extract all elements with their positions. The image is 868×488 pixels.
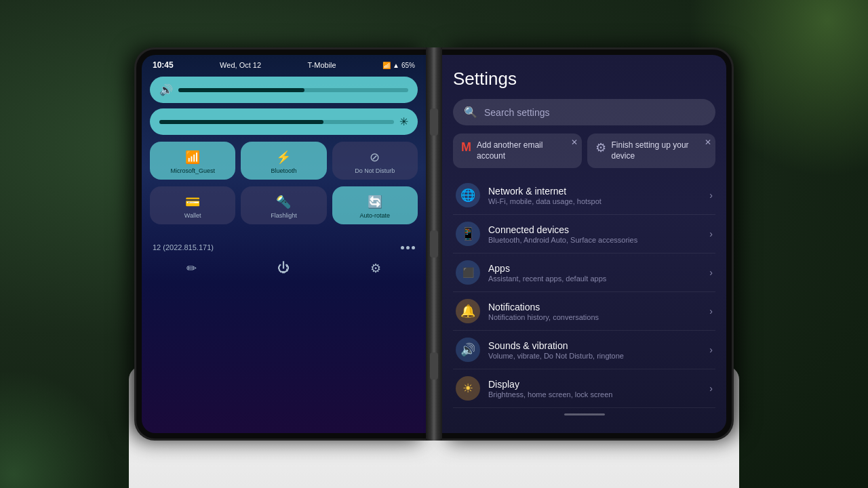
notifications-text: Notifications Notification history, conv… (488, 302, 701, 321)
sounds-text: Sounds & vibration Volume, vibrate, Do N… (488, 340, 701, 360)
edit-icon[interactable]: ✏ (186, 261, 197, 276)
suggestion-email[interactable]: M Add another email account ✕ (453, 134, 582, 168)
dot-3 (412, 246, 415, 249)
notifications-subtitle: Notification history, conversations (488, 313, 701, 321)
brightness-fill (159, 120, 323, 124)
scroll-indicator (564, 413, 605, 415)
volume-track (178, 88, 408, 92)
settings-screen: Settings 🔍 Search settings M Add another… (442, 55, 726, 433)
notifications-icon: 🔔 (456, 299, 480, 323)
volume-slider[interactable]: 🔊 (150, 77, 418, 103)
bottom-actions: ✏ ⏻ ⚙ (142, 257, 426, 280)
status-date: Wed, Oct 12 (220, 61, 261, 69)
notifications-arrow: › (709, 306, 713, 317)
apps-icon: ⬛ (456, 260, 480, 285)
dot-2 (406, 246, 410, 249)
display-arrow: › (709, 383, 713, 394)
brightness-track (159, 120, 394, 124)
apps-subtitle: Assistant, recent apps, default apps (488, 274, 701, 283)
apps-text: Apps Assistant, recent apps, default app… (488, 263, 701, 283)
search-placeholder: Search settings (484, 107, 550, 118)
wallet-toggle-label: Wallet (184, 212, 201, 219)
sounds-arrow: › (709, 344, 713, 355)
settings-title: Settings (453, 68, 715, 89)
sounds-title: Sounds & vibration (488, 340, 701, 351)
bluetooth-toggle[interactable]: ⚡ Bluetooth (241, 142, 326, 180)
wifi-toggle-icon: 📶 (185, 150, 200, 165)
wallet-toggle[interactable]: 💳 Wallet (150, 186, 235, 224)
network-text: Network & internet Wi-Fi, mobile, data u… (488, 186, 701, 205)
display-icon: ☀ (456, 376, 480, 401)
settings-item-display[interactable]: ☀ Display Brightness, home screen, lock … (453, 369, 715, 408)
wifi-toggle[interactable]: 📶 Microsoft_Guest (150, 142, 235, 180)
status-bar: 10:45 Wed, Oct 12 T-Mobile 📶 ▲ 65% (142, 55, 426, 73)
settings-item-sounds[interactable]: 🔊 Sounds & vibration Volume, vibrate, Do… (453, 331, 715, 369)
flashlight-toggle-icon: 🔦 (276, 195, 291, 209)
connected-text: Connected devices Bluetooth, Android Aut… (488, 224, 701, 244)
right-screen: Settings 🔍 Search settings M Add another… (442, 55, 726, 433)
wifi-toggle-label: Microsoft_Guest (170, 167, 215, 174)
sim-icon: 📶 (382, 62, 391, 69)
settings-item-apps[interactable]: ⬛ Apps Assistant, recent apps, default a… (453, 253, 715, 292)
dot-1 (401, 246, 404, 249)
sounds-subtitle: Volume, vibrate, Do Not Disturb, rington… (488, 352, 701, 360)
display-text: Display Brightness, home screen, lock sc… (488, 379, 701, 399)
connected-arrow: › (709, 228, 713, 239)
search-bar[interactable]: 🔍 Search settings (453, 99, 715, 125)
network-icon: 🌐 (456, 183, 480, 207)
sounds-icon: 🔊 (456, 338, 480, 362)
connected-icon: 📱 (456, 222, 480, 246)
suggestion-row: M Add another email account ✕ ⚙ Finish s… (453, 134, 715, 168)
status-icons: 📶 ▲ 65% (382, 62, 415, 69)
dnd-toggle-icon: ⊘ (370, 150, 380, 165)
display-subtitle: Brightness, home screen, lock screen (488, 390, 701, 399)
settings-item-network[interactable]: 🌐 Network & internet Wi-Fi, mobile, data… (453, 176, 715, 215)
settings-icon-left[interactable]: ⚙ (370, 261, 381, 276)
brightness-slider[interactable]: ✳ (150, 108, 418, 135)
flashlight-toggle-label: Flashlight (271, 212, 297, 219)
settings-list: 🌐 Network & internet Wi-Fi, mobile, data… (453, 176, 715, 408)
phone-left: 10:45 Wed, Oct 12 T-Mobile 📶 ▲ 65% 🔊 (134, 47, 426, 441)
version-bar: 12 (2022.815.171) (142, 238, 426, 257)
phone-hinge (426, 47, 442, 441)
status-carrier: T-Mobile (307, 61, 336, 69)
network-title: Network & internet (488, 186, 701, 197)
autorotate-toggle-icon: 🔄 (368, 195, 382, 209)
notifications-title: Notifications (488, 302, 701, 312)
phone-right: Settings 🔍 Search settings M Add another… (442, 47, 734, 441)
wallet-toggle-icon: 💳 (185, 195, 200, 209)
hinge-detail-top (430, 108, 438, 136)
settings-item-notifications[interactable]: 🔔 Notifications Notification history, co… (453, 292, 715, 331)
bluetooth-toggle-icon: ⚡ (276, 150, 291, 165)
wifi-icon: ▲ (393, 62, 399, 69)
flashlight-toggle[interactable]: 🔦 Flashlight (241, 186, 326, 224)
toggle-grid-1: 📶 Microsoft_Guest ⚡ Bluetooth ⊘ Do Not D… (150, 142, 418, 180)
toggle-grid-2: 💳 Wallet 🔦 Flashlight 🔄 Auto-rotate (150, 186, 418, 224)
gmail-icon: M (461, 140, 471, 155)
network-arrow: › (709, 190, 713, 201)
apps-arrow: › (709, 267, 713, 278)
search-icon: 🔍 (464, 106, 477, 119)
battery-icon: 65% (401, 62, 415, 69)
dnd-toggle[interactable]: ⊘ Do Not Disturb (332, 142, 418, 180)
autorotate-toggle-label: Auto-rotate (360, 212, 391, 219)
suggestion-setup-close[interactable]: ✕ (705, 138, 711, 147)
dnd-toggle-label: Do Not Disturb (355, 167, 395, 174)
autorotate-toggle[interactable]: 🔄 Auto-rotate (332, 186, 418, 224)
suggestion-setup[interactable]: ⚙ Finish setting up your device ✕ (587, 134, 716, 168)
volume-icon: 🔊 (159, 83, 173, 96)
settings-item-connected[interactable]: 📱 Connected devices Bluetooth, Android A… (453, 215, 715, 253)
status-time: 10:45 (153, 60, 174, 70)
suggestion-setup-text: Finish setting up your device (612, 140, 708, 161)
dots (401, 246, 415, 249)
suggestion-email-close[interactable]: ✕ (571, 138, 578, 147)
suggestion-email-text: Add another email account (477, 140, 574, 161)
connected-subtitle: Bluetooth, Android Auto, Surface accesso… (488, 236, 701, 244)
volume-fill (178, 88, 304, 92)
brightness-icon: ✳ (399, 115, 408, 128)
power-icon[interactable]: ⏻ (277, 261, 290, 276)
display-title: Display (488, 379, 701, 390)
apps-title: Apps (488, 263, 701, 274)
quick-settings-panel: 🔊 ✳ 📶 Microsoft_Guest (142, 73, 426, 235)
left-screen: 10:45 Wed, Oct 12 T-Mobile 📶 ▲ 65% 🔊 (142, 55, 426, 433)
